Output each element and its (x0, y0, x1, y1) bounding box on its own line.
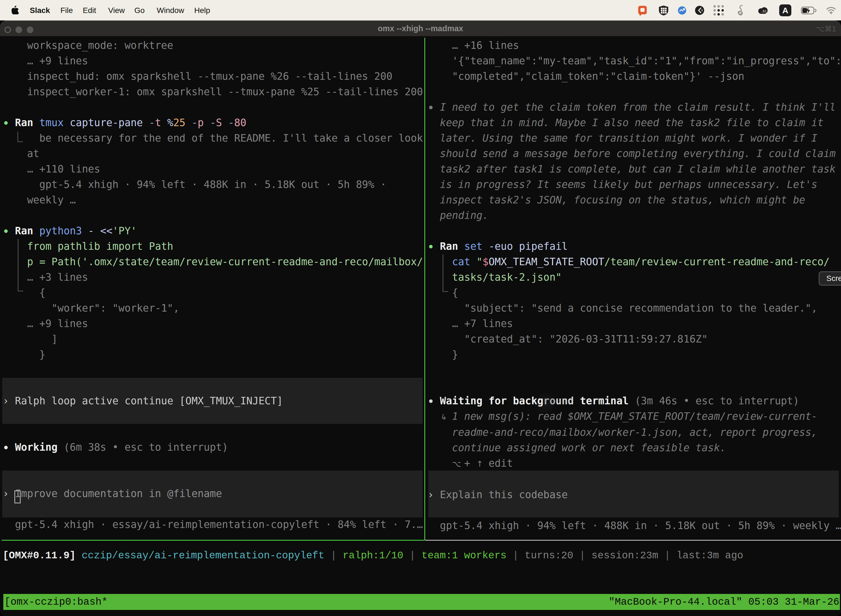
svg-text:..61: ..61 (761, 9, 767, 13)
